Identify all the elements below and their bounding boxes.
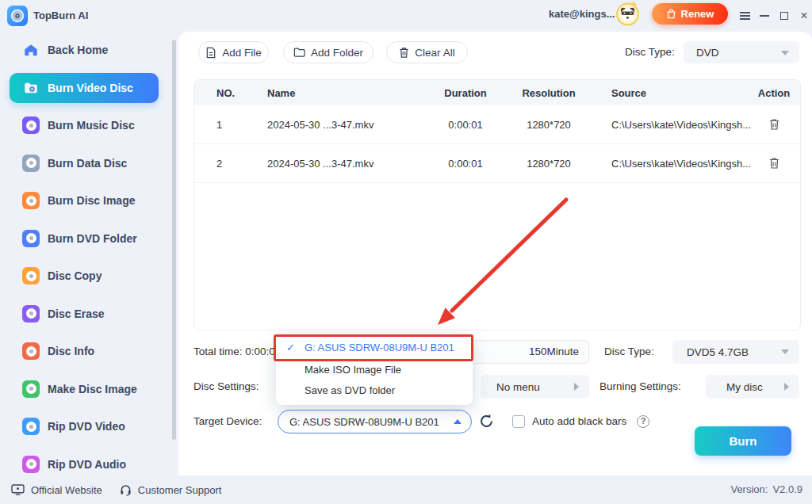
chevron-up-icon xyxy=(454,419,462,424)
disc-name-select[interactable]: My disc xyxy=(706,375,799,399)
cell-no: 2 xyxy=(194,158,267,170)
auto-black-bars-label: Auto add black bars xyxy=(532,410,626,433)
table-row[interactable]: 2 2024-05-30 ...3-47.mkv 0:00:01 1280*72… xyxy=(194,144,800,183)
version-info: Version: V2.0.9 xyxy=(730,475,802,504)
sidebar-item-label: Burn Data Disc xyxy=(48,157,127,170)
dropdown-option-label: G: ASUS SDRW-08U9M-U B201 xyxy=(304,342,454,353)
disc-name-value: My disc xyxy=(726,381,763,393)
check-icon: ✓ xyxy=(286,336,295,360)
trash-icon xyxy=(399,47,409,59)
cell-source: C:\Users\kate\Videos\Kingsh... xyxy=(592,119,746,131)
add-folder-button[interactable]: Add Folder xyxy=(283,41,373,63)
refresh-devices-icon[interactable] xyxy=(478,413,495,430)
sidebar-item-disc-info[interactable]: Disc Info xyxy=(10,336,159,366)
sidebar-scrollbar[interactable] xyxy=(172,40,176,440)
dvd-folder-icon xyxy=(22,230,40,247)
close-icon[interactable]: × xyxy=(799,10,810,21)
sidebar-item-rip-dvd-video[interactable]: Rip DVD Video xyxy=(10,411,159,441)
official-website-link[interactable]: Official Website xyxy=(11,484,102,496)
target-device-value: G: ASUS SDRW-08U9M-U B201 xyxy=(289,416,439,428)
sidebar-item-burn-dvd-folder[interactable]: Burn DVD Folder xyxy=(10,223,159,254)
sidebar-item-disc-copy[interactable]: Disc Copy xyxy=(10,261,159,291)
col-source: Source xyxy=(592,87,746,99)
add-file-button[interactable]: Add File xyxy=(198,41,269,63)
sidebar-item-label: Rip DVD Video xyxy=(48,420,125,433)
dropdown-option-label: Make ISO Image File xyxy=(304,364,401,376)
trash-icon xyxy=(768,118,780,131)
sidebar-item-label: Burn Video Disc xyxy=(48,82,133,94)
col-name: Name xyxy=(267,87,426,99)
disc-type-select[interactable]: DVD xyxy=(684,41,799,63)
cell-resolution: 1280*720 xyxy=(505,119,592,131)
sidebar-item-make-disc-image[interactable]: Make Disc Image xyxy=(10,374,159,404)
data-disc-icon xyxy=(22,155,40,172)
sidebar-item-rip-dvd-audio[interactable]: Rip DVD Audio xyxy=(10,449,159,479)
sidebar-item-label: Make Disc Image xyxy=(48,383,137,395)
menu-icon[interactable] xyxy=(739,10,750,21)
total-time-label: Total time: 0:00:0 xyxy=(193,340,275,364)
sidebar-item-label: Disc Copy xyxy=(48,269,102,282)
delete-row-button[interactable] xyxy=(767,117,781,132)
disc-erase-icon xyxy=(22,305,40,323)
burn-button[interactable]: Burn xyxy=(695,426,791,456)
capacity-value: 150Minute xyxy=(529,346,579,357)
maximize-icon[interactable] xyxy=(779,10,790,21)
help-icon[interactable] xyxy=(637,415,649,428)
dropdown-option-save-dvd-folder[interactable]: Save as DVD folder xyxy=(276,380,473,401)
account-email[interactable]: kate@kings... xyxy=(549,0,615,29)
sidebar-item-back-home[interactable]: Back Home xyxy=(10,35,159,65)
table-row[interactable]: 1 2024-05-30 ...3-47.mkv 0:00:01 1280*72… xyxy=(194,105,800,144)
renew-button[interactable]: Renew xyxy=(652,3,728,25)
sidebar-item-burn-video-disc[interactable]: Burn Video Disc xyxy=(10,73,159,103)
disc-size-select[interactable]: DVD5 4.7GB xyxy=(672,340,799,364)
chevron-right-icon xyxy=(574,383,579,391)
clear-all-button[interactable]: Clear All xyxy=(386,41,468,63)
chevron-down-icon xyxy=(781,349,789,354)
dropdown-option-make-iso[interactable]: Make ISO Image File xyxy=(276,360,473,380)
clear-all-label: Clear All xyxy=(415,47,454,59)
window-controls: × xyxy=(739,0,810,32)
disc-type-bottom-label: Disc Type: xyxy=(604,340,654,364)
cell-resolution: 1280*720 xyxy=(505,158,592,170)
user-avatar[interactable] xyxy=(615,2,640,26)
add-file-label: Add File xyxy=(222,47,262,59)
disc-type-label: Disc Type: xyxy=(625,41,675,63)
sidebar-item-disc-erase[interactable]: Disc Erase xyxy=(10,299,159,329)
main-panel: Add File Add Folder Clear All Disc Type:… xyxy=(178,32,812,475)
sidebar-item-burn-data-disc[interactable]: Burn Data Disc xyxy=(10,148,159,178)
renew-label: Renew xyxy=(681,8,714,20)
rip-dvd-audio-icon xyxy=(22,456,40,473)
sidebar-item-burn-disc-image[interactable]: Burn Disc Image xyxy=(10,185,159,216)
cell-no: 1 xyxy=(194,119,267,131)
disc-copy-icon xyxy=(22,267,40,284)
sidebar-item-label: Rip DVD Audio xyxy=(48,458,126,471)
sidebar-item-burn-music-disc[interactable]: Burn Music Disc xyxy=(10,110,159,140)
col-resolution: Resolution xyxy=(505,87,592,99)
make-disc-image-icon xyxy=(22,380,40,398)
dropdown-option-device[interactable]: ✓ G: ASUS SDRW-08U9M-U B201 xyxy=(276,336,473,360)
cell-name: 2024-05-30 ...3-47.mkv xyxy=(267,158,426,170)
disc-image-icon xyxy=(22,192,40,209)
menu-template-select[interactable]: No menu xyxy=(481,375,589,399)
burning-settings-label: Burning Settings: xyxy=(599,375,681,399)
title-bar: TopBurn AI kate@kings... Renew × xyxy=(0,0,812,32)
burn-label: Burn xyxy=(730,434,757,448)
shopping-bag-icon xyxy=(666,9,676,19)
delete-row-button[interactable] xyxy=(767,156,781,170)
auto-black-bars-checkbox[interactable] xyxy=(512,415,525,428)
home-icon xyxy=(22,41,40,59)
minimize-icon[interactable] xyxy=(759,10,770,21)
video-folder-icon xyxy=(22,79,40,97)
headset-icon xyxy=(120,484,132,496)
customer-support-label: Customer Support xyxy=(138,484,222,496)
sidebar-item-label: Disc Erase xyxy=(48,307,105,320)
sidebar: Back Home Burn Video Disc Burn Music Dis… xyxy=(0,32,178,475)
file-icon xyxy=(205,47,216,59)
cell-duration: 0:00:01 xyxy=(426,119,505,131)
target-device-select[interactable]: G: ASUS SDRW-08U9M-U B201 xyxy=(278,410,472,433)
col-action: Action xyxy=(746,87,801,99)
monitor-icon xyxy=(11,484,25,495)
chevron-right-icon xyxy=(784,383,789,391)
dropdown-option-label: Save as DVD folder xyxy=(304,384,395,396)
customer-support-link[interactable]: Customer Support xyxy=(120,484,222,496)
